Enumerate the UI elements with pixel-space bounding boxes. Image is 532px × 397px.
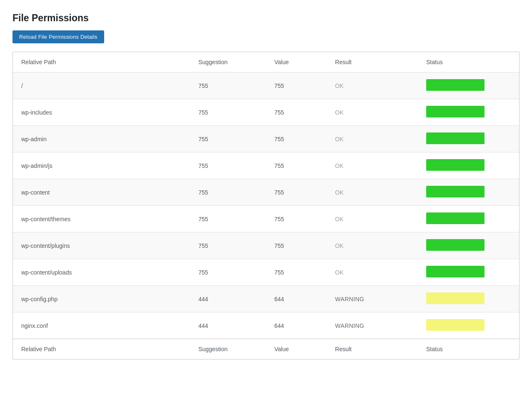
permissions-table-container: Relative Path Suggestion Value Result St… bbox=[12, 52, 520, 360]
cell-suggestion: 755 bbox=[190, 126, 266, 152]
reload-button[interactable]: Reload File Permissions Details bbox=[12, 30, 104, 43]
status-badge bbox=[426, 266, 485, 277]
cell-path: wp-admin/js bbox=[13, 152, 190, 179]
status-badge bbox=[426, 212, 485, 224]
cell-status bbox=[418, 232, 519, 259]
table-row: /755755OK bbox=[13, 72, 519, 99]
cell-result: OK bbox=[327, 206, 418, 232]
cell-status bbox=[418, 259, 519, 286]
cell-path: wp-includes bbox=[13, 99, 190, 126]
table-header-row: Relative Path Suggestion Value Result St… bbox=[13, 52, 519, 72]
status-badge bbox=[426, 159, 485, 171]
cell-result: OK bbox=[327, 99, 418, 126]
table-row: wp-content/themes755755OK bbox=[13, 206, 519, 232]
cell-path: wp-content bbox=[13, 179, 190, 206]
table-row: wp-admin/js755755OK bbox=[13, 152, 519, 179]
cell-path: wp-content/themes bbox=[13, 206, 190, 232]
cell-status bbox=[418, 72, 519, 99]
cell-result: OK bbox=[327, 72, 418, 99]
cell-result: OK bbox=[327, 232, 418, 259]
cell-value: 755 bbox=[266, 179, 327, 206]
table-row: wp-config.php444644WARNING bbox=[13, 286, 519, 312]
cell-suggestion: 444 bbox=[190, 312, 266, 339]
status-badge bbox=[426, 292, 485, 304]
table-footer-row: Relative Path Suggestion Value Result St… bbox=[13, 339, 519, 360]
status-badge bbox=[426, 239, 485, 251]
cell-value: 755 bbox=[266, 152, 327, 179]
table-row: wp-content/uploads755755OK bbox=[13, 259, 519, 286]
footer-col-path: Relative Path bbox=[13, 339, 190, 360]
cell-value: 755 bbox=[266, 126, 327, 152]
cell-path: wp-content/plugins bbox=[13, 232, 190, 259]
table-row: wp-includes755755OK bbox=[13, 99, 519, 126]
cell-value: 755 bbox=[266, 72, 327, 99]
permissions-table: Relative Path Suggestion Value Result St… bbox=[13, 52, 519, 359]
cell-status bbox=[418, 99, 519, 126]
status-badge bbox=[426, 186, 485, 197]
status-badge bbox=[426, 79, 485, 91]
footer-col-value: Value bbox=[266, 339, 327, 360]
table-body: /755755OKwp-includes755755OKwp-admin7557… bbox=[13, 72, 519, 339]
header-col-result: Result bbox=[327, 52, 418, 72]
cell-path: nginx.conf bbox=[13, 312, 190, 339]
footer-col-result: Result bbox=[327, 339, 418, 360]
cell-result: OK bbox=[327, 126, 418, 152]
cell-path: wp-config.php bbox=[13, 286, 190, 312]
status-badge bbox=[426, 132, 485, 144]
cell-result: OK bbox=[327, 259, 418, 286]
cell-suggestion: 755 bbox=[190, 232, 266, 259]
header-col-suggestion: Suggestion bbox=[190, 52, 266, 72]
status-badge bbox=[426, 106, 485, 117]
status-badge bbox=[426, 319, 485, 331]
table-row: wp-admin755755OK bbox=[13, 126, 519, 152]
cell-value: 644 bbox=[266, 286, 327, 312]
cell-value: 755 bbox=[266, 259, 327, 286]
header-col-value: Value bbox=[266, 52, 327, 72]
cell-suggestion: 755 bbox=[190, 206, 266, 232]
cell-status bbox=[418, 206, 519, 232]
cell-result: OK bbox=[327, 152, 418, 179]
cell-status bbox=[418, 179, 519, 206]
cell-result: WARNING bbox=[327, 312, 418, 339]
page-title: File Permissions bbox=[12, 12, 520, 24]
cell-path: / bbox=[13, 72, 190, 99]
cell-result: OK bbox=[327, 179, 418, 206]
cell-status bbox=[418, 152, 519, 179]
cell-status bbox=[418, 286, 519, 312]
cell-suggestion: 755 bbox=[190, 259, 266, 286]
cell-path: wp-content/uploads bbox=[13, 259, 190, 286]
header-col-status: Status bbox=[418, 52, 519, 72]
cell-status bbox=[418, 312, 519, 339]
cell-status bbox=[418, 126, 519, 152]
cell-value: 755 bbox=[266, 206, 327, 232]
cell-path: wp-admin bbox=[13, 126, 190, 152]
cell-suggestion: 755 bbox=[190, 152, 266, 179]
cell-suggestion: 755 bbox=[190, 179, 266, 206]
cell-value: 755 bbox=[266, 99, 327, 126]
table-row: wp-content755755OK bbox=[13, 179, 519, 206]
cell-suggestion: 755 bbox=[190, 99, 266, 126]
cell-suggestion: 444 bbox=[190, 286, 266, 312]
cell-suggestion: 755 bbox=[190, 72, 266, 99]
cell-value: 644 bbox=[266, 312, 327, 339]
footer-col-suggestion: Suggestion bbox=[190, 339, 266, 360]
cell-result: WARNING bbox=[327, 286, 418, 312]
table-row: wp-content/plugins755755OK bbox=[13, 232, 519, 259]
header-col-path: Relative Path bbox=[13, 52, 190, 72]
table-row: nginx.conf444644WARNING bbox=[13, 312, 519, 339]
cell-value: 755 bbox=[266, 232, 327, 259]
footer-col-status: Status bbox=[418, 339, 519, 360]
